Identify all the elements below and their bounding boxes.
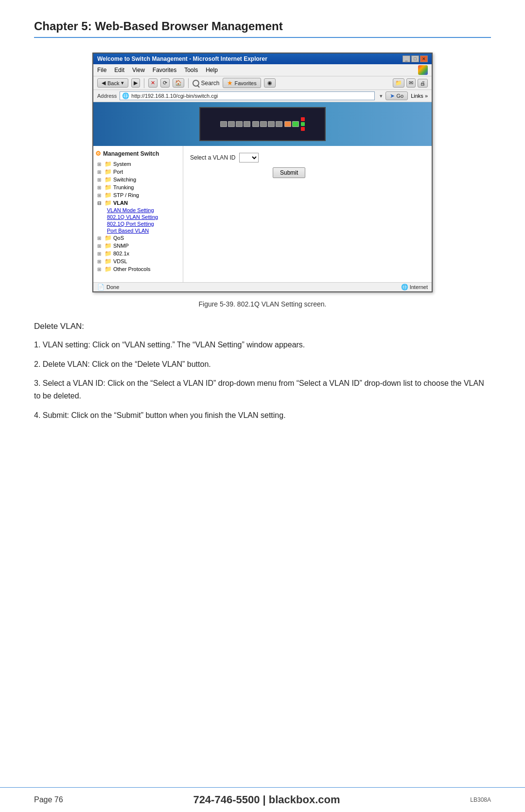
port-group-1	[220, 121, 250, 127]
menu-tools[interactable]: Tools	[184, 67, 198, 73]
step-3: 3. Select a VLAN ID: Click on the “Selec…	[34, 377, 491, 402]
minimize-button[interactable]: _	[402, 55, 410, 62]
home-button[interactable]: 🏠	[173, 78, 184, 88]
port-group-3	[284, 121, 299, 127]
sidebar-item-switching[interactable]: ⊞ 📁 Switching	[95, 176, 181, 183]
menu-help[interactable]: Help	[206, 67, 218, 73]
sidebar-item-stp[interactable]: ⊞ 📁 STP / Ring	[95, 191, 181, 199]
expand-icon-switching: ⊞	[97, 177, 103, 182]
management-icon: ⚙	[95, 150, 101, 157]
port-8	[276, 121, 282, 127]
favorites-button[interactable]: ★ Favorites	[223, 78, 261, 88]
port-2	[228, 121, 235, 127]
menu-file[interactable]: File	[97, 67, 106, 73]
vlan-sub-items: VLAN Mode Setting 802.1Q VLAN Setting 80…	[95, 207, 181, 234]
expand-icon-stp: ⊞	[97, 193, 103, 198]
search-icon	[192, 80, 199, 87]
8021q-vlan-setting-link[interactable]: 802.1Q VLAN Setting	[107, 214, 181, 220]
sidebar-item-snmp[interactable]: ⊞ 📁 SNMP	[95, 242, 181, 250]
submit-row: Submit	[273, 167, 425, 178]
8021q-port-setting-link[interactable]: 802.1Q Port Setting	[107, 220, 181, 227]
port-5	[252, 121, 259, 127]
led-block	[301, 117, 305, 131]
browser-window: Welcome to Switch Management - Microsoft…	[92, 53, 433, 292]
expand-icon-system: ⊞	[97, 162, 103, 167]
back-arrow-icon: ◀	[102, 80, 105, 86]
search-button[interactable]: Search	[192, 80, 219, 87]
sidebar-item-qos[interactable]: ⊞ 📁 QoS	[95, 234, 181, 242]
go-button[interactable]: ➤ Go	[385, 91, 408, 100]
windows-logo-icon	[418, 65, 428, 75]
delete-vlan-heading: Delete VLAN:	[34, 320, 491, 333]
menu-edit[interactable]: Edit	[114, 67, 124, 73]
print-button[interactable]: 🖨	[418, 79, 428, 88]
sidebar-item-vdsl[interactable]: ⊞ 📁 VDSL	[95, 257, 181, 265]
sidebar: ⚙ Management Switch ⊞ 📁 System ⊞ 📁 Port	[93, 146, 183, 282]
step-1: 1. VLAN setting: Click on “VLAN setting.…	[34, 339, 491, 351]
sidebar-label-8021x: 802.1x	[113, 251, 129, 256]
toolbar-right-buttons: 📁 ✉ 🖨	[393, 78, 428, 88]
sidebar-item-port[interactable]: ⊞ 📁 Port	[95, 168, 181, 176]
folder-icon-vlan: 📁	[105, 199, 112, 206]
internet-zone: 🌐 Internet	[401, 284, 428, 290]
sidebar-label-other: Other Protocols	[113, 266, 150, 272]
sidebar-label-stp: STP / Ring	[113, 192, 139, 198]
expand-icon-port: ⊞	[97, 169, 103, 175]
refresh-button[interactable]: ⟳	[160, 78, 170, 88]
port-based-vlan-link[interactable]: Port Based VLAN	[107, 227, 181, 234]
close-button[interactable]: ✕	[420, 55, 428, 62]
back-button[interactable]: ◀ Back ▾	[97, 78, 128, 88]
expand-icon-snmp: ⊞	[97, 243, 103, 249]
address-input[interactable]: 🌐 http://192.168.1.10/cgi-bin/switch.cgi	[120, 91, 375, 100]
folder-icon-8021x: 📁	[105, 250, 112, 257]
led-2	[301, 122, 305, 126]
footer-model: LB308A	[470, 796, 491, 803]
sidebar-item-other[interactable]: ⊞ 📁 Other Protocols	[95, 265, 181, 273]
folder-icon-system: 📁	[105, 161, 112, 167]
led-3	[301, 127, 305, 131]
star-icon: ★	[227, 79, 233, 87]
status-done: 📄 Done	[97, 284, 119, 290]
sidebar-label-switching: Switching	[113, 177, 136, 182]
page-number: Page 76	[34, 795, 63, 804]
sidebar-label-system: System	[113, 161, 131, 167]
stop-button[interactable]: ✕	[148, 78, 158, 88]
address-label: Address	[97, 93, 117, 99]
port-3	[236, 121, 243, 127]
media-button[interactable]: ◉	[264, 78, 276, 88]
chapter-heading: Chapter 5: Web-Based Browser Management	[34, 19, 491, 38]
toolbar-separator-2	[188, 78, 189, 88]
sidebar-item-trunking[interactable]: ⊞ 📁 Trunking	[95, 183, 181, 191]
port-7	[268, 121, 275, 127]
sidebar-label-qos: QoS	[113, 235, 124, 241]
maximize-button[interactable]: □	[411, 55, 419, 62]
submit-button[interactable]: Submit	[273, 167, 305, 178]
page-footer: Page 76 724-746-5500 | blackbox.com LB30…	[0, 787, 525, 812]
vlan-mode-setting-link[interactable]: VLAN Mode Setting	[107, 207, 181, 214]
window-controls: _ □ ✕	[402, 55, 428, 62]
body-text: Delete VLAN: 1. VLAN setting: Click on “…	[34, 320, 491, 421]
sidebar-item-8021x[interactable]: ⊞ 📁 802.1x	[95, 250, 181, 257]
browser-banner	[93, 102, 432, 146]
address-url: http://192.168.1.10/cgi-bin/switch.cgi	[131, 93, 218, 99]
history-button[interactable]: 📁	[393, 78, 404, 88]
forward-button[interactable]: ▶	[131, 78, 140, 88]
title-bar: Welcome to Switch Management - Microsoft…	[93, 54, 432, 64]
zone-text: Internet	[410, 284, 428, 290]
mail-button[interactable]: ✉	[406, 78, 416, 88]
menu-favorites[interactable]: Favorites	[153, 67, 176, 73]
media-icon: ◉	[267, 80, 272, 86]
folder-icon-qos: 📁	[105, 235, 112, 241]
menu-view[interactable]: View	[132, 67, 145, 73]
port-4	[244, 121, 250, 127]
forward-arrow-icon: ▶	[134, 80, 138, 86]
go-label: Go	[396, 93, 403, 99]
vlan-select-area: Select a VLAN ID	[190, 153, 425, 162]
folder-icon-vdsl: 📁	[105, 258, 112, 265]
vlan-id-dropdown[interactable]	[239, 153, 259, 162]
sidebar-item-vlan[interactable]: ⊟ 📁 VLAN	[95, 199, 181, 207]
step-4: 4. Submit: Click on the “Submit” button …	[34, 409, 491, 422]
links-button[interactable]: Links »	[411, 93, 428, 99]
port-group-2	[252, 121, 282, 127]
sidebar-item-system[interactable]: ⊞ 📁 System	[95, 160, 181, 168]
